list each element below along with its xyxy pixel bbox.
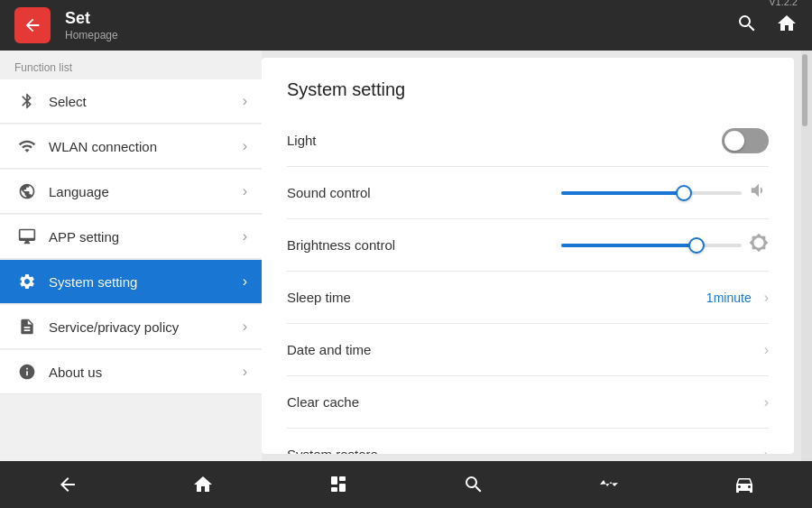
svg-rect-0 xyxy=(331,476,337,485)
light-toggle-control xyxy=(722,128,769,153)
setting-label-brightness: Brightness control xyxy=(287,237,561,253)
setting-row-sound: Sound control xyxy=(287,167,769,219)
sidebar-item-system-setting[interactable]: System setting › xyxy=(0,260,262,304)
sound-slider-control xyxy=(561,180,769,205)
header-title: Set xyxy=(65,9,118,29)
sleep-time-control: 1minute › xyxy=(706,290,769,306)
home-button[interactable] xyxy=(776,13,798,38)
sidebar-chevron-about-us: › xyxy=(243,364,247,380)
sidebar-chevron-system-setting: › xyxy=(243,273,247,290)
sidebar-item-wlan[interactable]: WLAN connection › xyxy=(0,125,262,169)
svg-rect-3 xyxy=(331,487,337,492)
setting-label-clear-cache: Clear cache xyxy=(287,394,764,410)
sidebar-item-system-setting-label: System setting xyxy=(49,274,243,290)
sidebar-item-select-label: Select xyxy=(49,94,243,109)
bottom-home-button[interactable] xyxy=(180,466,226,503)
system-restore-control: › xyxy=(764,447,769,455)
content-area: System setting Light Sound control xyxy=(262,58,794,454)
version-label: V1.2.2 xyxy=(769,0,798,7)
clear-cache-control: › xyxy=(764,394,769,411)
globe-icon xyxy=(14,182,40,200)
back-button[interactable] xyxy=(14,7,51,43)
light-toggle[interactable] xyxy=(722,128,769,153)
setting-label-date-time: Date and time xyxy=(287,342,764,357)
about-icon xyxy=(14,363,40,381)
sleep-time-value: 1minute xyxy=(706,291,752,305)
toggle-knob xyxy=(724,131,744,151)
setting-row-sleep-time[interactable]: Sleep time 1minute › xyxy=(287,272,769,324)
clear-cache-chevron: › xyxy=(764,394,769,411)
sidebar-item-language-label: Language xyxy=(49,184,243,199)
sidebar-item-service-privacy[interactable]: Service/privacy policy › xyxy=(0,305,262,349)
sound-slider-thumb xyxy=(676,185,692,201)
sidebar-chevron-select: › xyxy=(243,93,247,109)
setting-label-sound: Sound control xyxy=(287,185,561,200)
brightness-slider-fill xyxy=(561,244,697,247)
sound-slider-fill xyxy=(561,191,684,195)
scrollbar-track[interactable] xyxy=(802,54,811,457)
function-list-label: Function list xyxy=(0,51,262,79)
svg-rect-1 xyxy=(339,476,346,481)
bottom-scan-button[interactable] xyxy=(451,466,496,503)
volume-icon xyxy=(749,180,769,205)
bottom-car-button[interactable] xyxy=(722,466,767,503)
setting-row-date-time[interactable]: Date and time › xyxy=(287,324,769,376)
header-title-block: Set Homepage xyxy=(65,9,118,42)
setting-label-sleep-time: Sleep time xyxy=(287,290,706,305)
sidebar-item-about-us-label: About us xyxy=(49,365,243,380)
sidebar-chevron-service-privacy: › xyxy=(243,319,247,335)
wifi-icon xyxy=(14,137,40,155)
sidebar-item-wlan-label: WLAN connection xyxy=(49,139,243,154)
sidebar-item-service-privacy-label: Service/privacy policy xyxy=(49,319,243,335)
setting-label-light: Light xyxy=(287,133,722,148)
sidebar-item-language[interactable]: Language › xyxy=(0,170,262,214)
content-title: System setting xyxy=(287,79,769,100)
bluetooth-icon xyxy=(14,92,40,110)
main-area: Function list Select › WLAN connection ›… xyxy=(0,51,812,461)
svg-rect-2 xyxy=(339,484,346,492)
bottom-back-button[interactable] xyxy=(45,466,90,503)
monitor-icon xyxy=(14,227,40,245)
sidebar-item-about-us[interactable]: About us › xyxy=(0,350,262,394)
brightness-icon xyxy=(749,233,769,257)
search-button[interactable] xyxy=(736,13,758,38)
date-time-chevron: › xyxy=(764,342,769,358)
brightness-slider-thumb xyxy=(688,237,705,254)
sidebar-item-app-setting-label: APP setting xyxy=(49,229,243,245)
sidebar-item-app-setting[interactable]: APP setting › xyxy=(0,215,262,259)
system-restore-chevron: › xyxy=(764,447,769,455)
bottom-bar xyxy=(0,461,812,508)
sleep-time-chevron: › xyxy=(764,290,769,306)
setting-row-brightness: Brightness control xyxy=(287,219,769,272)
sound-slider-track[interactable] xyxy=(561,191,742,195)
scrollbar-thumb[interactable] xyxy=(802,54,807,126)
sidebar-item-select[interactable]: Select › xyxy=(0,79,262,124)
setting-row-clear-cache[interactable]: Clear cache › xyxy=(287,376,769,429)
header-subtitle: Homepage xyxy=(65,29,118,42)
sidebar-chevron-wlan: › xyxy=(243,138,247,154)
date-time-control: › xyxy=(764,342,769,358)
document-icon xyxy=(14,318,40,336)
sidebar-chevron-app-setting: › xyxy=(243,228,247,245)
brightness-slider-track[interactable] xyxy=(561,244,742,247)
setting-row-system-restore[interactable]: System restore › xyxy=(287,429,769,454)
bottom-diagnostics-button[interactable] xyxy=(586,466,632,503)
bottom-recents-button[interactable] xyxy=(316,466,361,503)
sidebar: Function list Select › WLAN connection ›… xyxy=(0,51,262,461)
setting-row-light: Light xyxy=(287,115,769,167)
header: Set Homepage V1.2.2 xyxy=(0,0,812,51)
setting-label-system-restore: System restore xyxy=(287,447,764,454)
brightness-slider-control xyxy=(561,233,769,257)
scrollbar[interactable] xyxy=(801,51,812,461)
sidebar-chevron-language: › xyxy=(243,183,247,199)
gear-icon xyxy=(14,272,40,291)
